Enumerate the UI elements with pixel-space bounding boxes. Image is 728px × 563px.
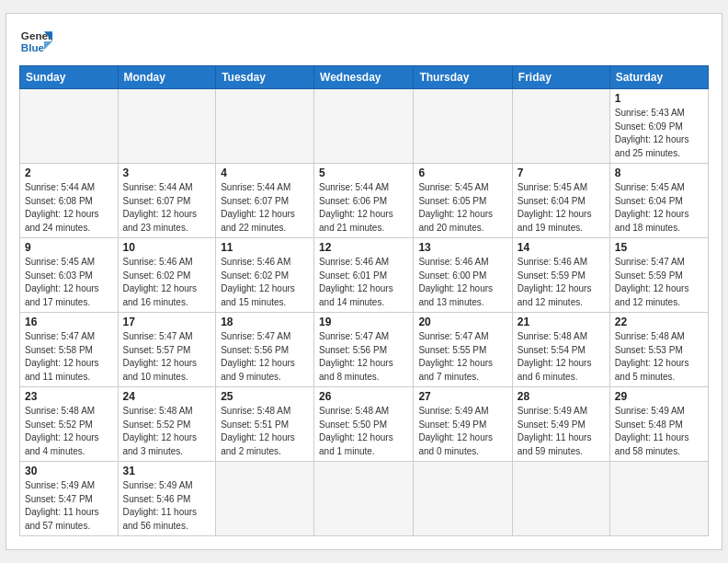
calendar-cell: 17Sunrise: 5:47 AM Sunset: 5:57 PM Dayli… xyxy=(118,313,216,387)
calendar-cell: 18Sunrise: 5:47 AM Sunset: 5:56 PM Dayli… xyxy=(216,313,314,387)
day-info: Sunrise: 5:49 AM Sunset: 5:48 PM Dayligh… xyxy=(615,405,703,458)
calendar-cell: 27Sunrise: 5:49 AM Sunset: 5:49 PM Dayli… xyxy=(414,387,512,462)
calendar-cell xyxy=(20,89,119,164)
day-info: Sunrise: 5:48 AM Sunset: 5:54 PM Dayligh… xyxy=(518,330,605,384)
weekday-header-saturday: Saturday xyxy=(609,66,708,89)
weekday-header-tuesday: Tuesday xyxy=(216,66,314,89)
day-number: 29 xyxy=(615,390,703,403)
calendar-cell: 5Sunrise: 5:44 AM Sunset: 6:06 PM Daylig… xyxy=(314,164,414,238)
day-number: 6 xyxy=(418,167,506,179)
calendar-cell: 6Sunrise: 5:45 AM Sunset: 6:05 PM Daylig… xyxy=(414,164,512,238)
day-info: Sunrise: 5:47 AM Sunset: 5:56 PM Dayligh… xyxy=(221,330,309,384)
logo-icon: General Blue xyxy=(19,25,52,58)
week-row-1: 2Sunrise: 5:44 AM Sunset: 6:08 PM Daylig… xyxy=(20,164,709,238)
weekday-header-thursday: Thursday xyxy=(414,66,512,89)
weekday-header-monday: Monday xyxy=(118,66,216,89)
calendar-cell: 8Sunrise: 5:45 AM Sunset: 6:04 PM Daylig… xyxy=(609,164,708,238)
calendar-cell: 2Sunrise: 5:44 AM Sunset: 6:08 PM Daylig… xyxy=(20,164,119,238)
calendar-cell xyxy=(314,462,414,536)
calendar-cell: 31Sunrise: 5:49 AM Sunset: 5:46 PM Dayli… xyxy=(118,462,216,536)
calendar-header: General Blue xyxy=(19,25,709,58)
day-info: Sunrise: 5:45 AM Sunset: 6:03 PM Dayligh… xyxy=(25,256,113,309)
day-info: Sunrise: 5:47 AM Sunset: 5:58 PM Dayligh… xyxy=(25,330,113,384)
day-info: Sunrise: 5:48 AM Sunset: 5:51 PM Dayligh… xyxy=(221,405,309,458)
day-number: 23 xyxy=(25,390,113,403)
calendar-cell xyxy=(512,462,609,536)
day-number: 21 xyxy=(518,316,605,328)
calendar-cell: 21Sunrise: 5:48 AM Sunset: 5:54 PM Dayli… xyxy=(512,313,609,387)
calendar-cell: 3Sunrise: 5:44 AM Sunset: 6:07 PM Daylig… xyxy=(118,164,216,238)
day-number: 14 xyxy=(518,241,605,254)
calendar-cell: 16Sunrise: 5:47 AM Sunset: 5:58 PM Dayli… xyxy=(20,313,119,387)
day-number: 11 xyxy=(221,241,309,254)
day-info: Sunrise: 5:47 AM Sunset: 5:55 PM Dayligh… xyxy=(418,330,506,384)
day-info: Sunrise: 5:47 AM Sunset: 5:56 PM Dayligh… xyxy=(319,330,408,384)
week-row-5: 30Sunrise: 5:49 AM Sunset: 5:47 PM Dayli… xyxy=(20,462,709,536)
calendar-cell: 13Sunrise: 5:46 AM Sunset: 6:00 PM Dayli… xyxy=(414,238,512,313)
calendar-table: SundayMondayTuesdayWednesdayThursdayFrid… xyxy=(19,65,709,536)
weekday-header-row: SundayMondayTuesdayWednesdayThursdayFrid… xyxy=(20,66,709,89)
day-number: 30 xyxy=(25,465,113,477)
calendar-cell: 4Sunrise: 5:44 AM Sunset: 6:07 PM Daylig… xyxy=(216,164,314,238)
weekday-header-sunday: Sunday xyxy=(20,66,119,89)
day-info: Sunrise: 5:48 AM Sunset: 5:50 PM Dayligh… xyxy=(319,405,408,458)
week-row-2: 9Sunrise: 5:45 AM Sunset: 6:03 PM Daylig… xyxy=(20,238,709,313)
day-info: Sunrise: 5:47 AM Sunset: 5:57 PM Dayligh… xyxy=(123,330,211,384)
day-info: Sunrise: 5:48 AM Sunset: 5:52 PM Dayligh… xyxy=(25,405,113,458)
day-number: 20 xyxy=(418,316,506,328)
day-info: Sunrise: 5:48 AM Sunset: 5:53 PM Dayligh… xyxy=(615,330,703,384)
day-info: Sunrise: 5:49 AM Sunset: 5:46 PM Dayligh… xyxy=(123,479,211,533)
day-number: 27 xyxy=(418,390,506,403)
calendar-cell xyxy=(512,89,609,164)
day-info: Sunrise: 5:49 AM Sunset: 5:49 PM Dayligh… xyxy=(418,405,506,458)
day-number: 26 xyxy=(319,390,408,403)
day-info: Sunrise: 5:44 AM Sunset: 6:08 PM Dayligh… xyxy=(25,181,113,235)
day-number: 28 xyxy=(518,390,605,403)
day-number: 15 xyxy=(615,241,703,254)
day-info: Sunrise: 5:43 AM Sunset: 6:09 PM Dayligh… xyxy=(615,107,703,160)
day-number: 22 xyxy=(615,316,703,328)
calendar-tbody: 1Sunrise: 5:43 AM Sunset: 6:09 PM Daylig… xyxy=(20,89,709,536)
day-info: Sunrise: 5:48 AM Sunset: 5:52 PM Dayligh… xyxy=(123,405,211,458)
calendar-cell: 11Sunrise: 5:46 AM Sunset: 6:02 PM Dayli… xyxy=(216,238,314,313)
day-number: 19 xyxy=(319,316,408,328)
day-number: 1 xyxy=(615,92,703,105)
calendar-cell: 29Sunrise: 5:49 AM Sunset: 5:48 PM Dayli… xyxy=(609,387,708,462)
calendar-cell xyxy=(216,89,314,164)
day-number: 16 xyxy=(25,316,113,328)
day-info: Sunrise: 5:46 AM Sunset: 6:02 PM Dayligh… xyxy=(123,256,211,309)
weekday-header-friday: Friday xyxy=(512,66,609,89)
weekday-header-wednesday: Wednesday xyxy=(314,66,414,89)
svg-marker-3 xyxy=(44,41,52,50)
week-row-0: 1Sunrise: 5:43 AM Sunset: 6:09 PM Daylig… xyxy=(20,89,709,164)
calendar-cell: 22Sunrise: 5:48 AM Sunset: 5:53 PM Dayli… xyxy=(609,313,708,387)
calendar-cell xyxy=(414,462,512,536)
logo: General Blue xyxy=(19,25,52,58)
calendar-cell xyxy=(118,89,216,164)
day-number: 2 xyxy=(25,167,113,179)
calendar-cell: 30Sunrise: 5:49 AM Sunset: 5:47 PM Dayli… xyxy=(20,462,119,536)
day-number: 10 xyxy=(123,241,211,254)
calendar-cell xyxy=(314,89,414,164)
calendar-cell: 7Sunrise: 5:45 AM Sunset: 6:04 PM Daylig… xyxy=(512,164,609,238)
calendar-cell: 25Sunrise: 5:48 AM Sunset: 5:51 PM Dayli… xyxy=(216,387,314,462)
day-number: 24 xyxy=(123,390,211,403)
calendar-container: General Blue SundayMondayTuesdayWednesda… xyxy=(6,13,722,550)
day-info: Sunrise: 5:45 AM Sunset: 6:04 PM Dayligh… xyxy=(518,181,605,235)
week-row-3: 16Sunrise: 5:47 AM Sunset: 5:58 PM Dayli… xyxy=(20,313,709,387)
calendar-cell: 20Sunrise: 5:47 AM Sunset: 5:55 PM Dayli… xyxy=(414,313,512,387)
day-number: 18 xyxy=(221,316,309,328)
day-info: Sunrise: 5:46 AM Sunset: 6:00 PM Dayligh… xyxy=(418,256,506,309)
day-number: 31 xyxy=(123,465,211,477)
day-number: 13 xyxy=(418,241,506,254)
day-number: 7 xyxy=(518,167,605,179)
calendar-cell xyxy=(609,462,708,536)
day-info: Sunrise: 5:49 AM Sunset: 5:47 PM Dayligh… xyxy=(25,479,113,533)
calendar-cell: 15Sunrise: 5:47 AM Sunset: 5:59 PM Dayli… xyxy=(609,238,708,313)
day-number: 25 xyxy=(221,390,309,403)
day-number: 12 xyxy=(319,241,408,254)
day-info: Sunrise: 5:47 AM Sunset: 5:59 PM Dayligh… xyxy=(615,256,703,309)
calendar-cell xyxy=(414,89,512,164)
day-number: 8 xyxy=(615,167,703,179)
day-info: Sunrise: 5:49 AM Sunset: 5:49 PM Dayligh… xyxy=(518,405,605,458)
